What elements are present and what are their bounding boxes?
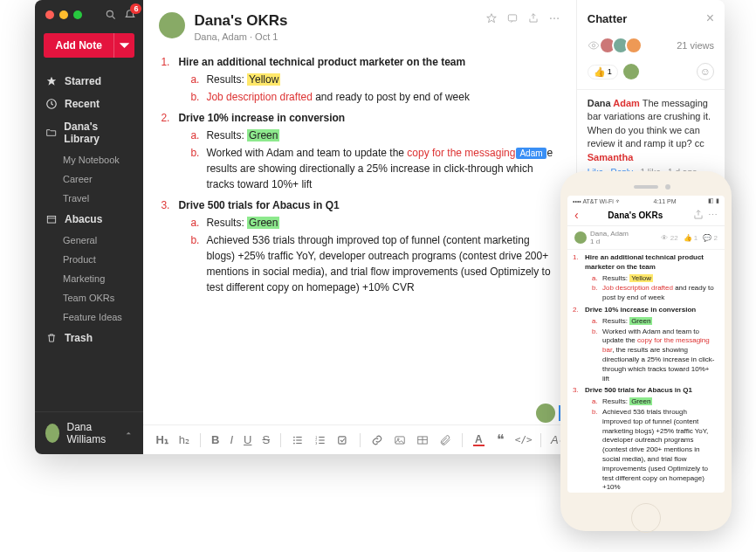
phone-comments: 💬 2 [703, 234, 718, 242]
comment-author: Dana [588, 98, 614, 108]
folder-icon [45, 127, 57, 139]
sidebar-subitem[interactable]: Team OKRs [35, 288, 143, 307]
add-note-dropdown[interactable] [113, 33, 134, 58]
share-icon[interactable] [527, 12, 540, 24]
phone-time: 4:11 PM [653, 198, 676, 204]
close-chatter-icon[interactable]: × [706, 10, 714, 26]
sidebar: 6 Add Note StarredRecentDana's LibraryMy… [35, 0, 143, 454]
sidebar-subitem[interactable]: Career [35, 169, 143, 189]
phone-age: 1 d [590, 238, 629, 245]
underline-button[interactable]: U [244, 433, 251, 446]
table-button[interactable] [416, 434, 429, 446]
phone-doc-body[interactable]: 1.Hire an additional technical product m… [567, 250, 725, 493]
thumbs-up-icon: 👍 [594, 66, 606, 78]
view-count: 21 views [677, 40, 714, 51]
star-icon [45, 75, 58, 87]
sidebar-subitem[interactable]: Feature Ideas [35, 307, 143, 327]
document-title[interactable]: Dana's OKRs [194, 12, 287, 30]
trash-icon [45, 332, 58, 344]
attachment-button[interactable] [439, 434, 451, 446]
quote-button[interactable]: ❝ [495, 434, 507, 446]
sidebar-item-starred[interactable]: Starred [35, 70, 143, 93]
phone-views: 👁 22 [661, 234, 677, 242]
phone-battery-icon: ◧ ▮ [708, 197, 719, 204]
phone-camera [665, 184, 670, 190]
minimize-window-icon[interactable] [59, 10, 68, 19]
document-header: Dana's OKRs Dana, Adam · Oct 1 [143, 0, 575, 51]
numbered-list-button[interactable]: 123 [314, 434, 326, 446]
phone-share-icon[interactable] [692, 209, 704, 221]
svg-rect-8 [296, 436, 301, 437]
maximize-window-icon[interactable] [73, 10, 82, 19]
viewer-avatars[interactable] [603, 37, 643, 54]
link-button[interactable] [371, 434, 383, 446]
svg-rect-10 [296, 439, 301, 440]
svg-text:3: 3 [315, 441, 317, 445]
sidebar-item-abacus[interactable]: Abacus [35, 208, 143, 231]
editor-toolbar: H₁ h₂ B I U S 123 A ❝ </> A✕ [143, 424, 575, 454]
sidebar-subitem[interactable]: General [35, 231, 143, 250]
presence-indicator [536, 404, 560, 423]
comment-mention[interactable]: Samantha [588, 152, 634, 162]
phone-carrier: •••• AT&T Wi-Fi ᯤ [573, 198, 622, 204]
sidebar-subitem[interactable]: My Notebook [35, 150, 143, 169]
text-color-button[interactable]: A [473, 434, 485, 446]
sidebar-item-trash[interactable]: Trash [35, 327, 143, 349]
phone-statusbar: •••• AT&T Wi-Fi ᯤ 4:11 PM ◧ ▮ [567, 196, 725, 204]
sidebar-subitem[interactable]: Product [35, 250, 143, 269]
eye-icon [588, 39, 600, 52]
svg-rect-15 [319, 442, 324, 443]
bold-button[interactable]: B [211, 433, 219, 446]
notification-badge: 6 [130, 3, 141, 14]
bullet-list-button[interactable] [292, 434, 304, 446]
phone-doc-title: Dana's OKRs [579, 210, 692, 220]
svg-point-7 [293, 436, 295, 438]
phone-speaker [634, 185, 658, 189]
heading1-button[interactable]: H₁ [155, 433, 168, 446]
svg-point-11 [293, 442, 295, 444]
image-button[interactable] [394, 434, 406, 446]
svg-point-9 [293, 439, 295, 441]
svg-rect-14 [319, 439, 324, 440]
comment-author2: Adam [613, 98, 640, 108]
svg-rect-12 [296, 442, 301, 443]
svg-point-4 [550, 17, 552, 19]
collaborator-avatar [536, 404, 555, 423]
svg-rect-2 [47, 217, 55, 224]
add-reaction-icon[interactable]: ☺ [697, 63, 714, 80]
heading2-button[interactable]: h₂ [179, 433, 189, 446]
chevron-up-icon[interactable] [124, 427, 133, 439]
phone-likes: 👍 1 [684, 234, 698, 242]
phone-more-icon[interactable]: ⋯ [708, 210, 718, 221]
search-icon[interactable] [105, 9, 117, 21]
add-note-button[interactable]: Add Note [44, 33, 113, 58]
user-name: Dana Williams [66, 421, 116, 445]
sidebar-subitem[interactable]: Marketing [35, 269, 143, 288]
phone-home-button[interactable] [631, 503, 661, 533]
phone-authors: Dana, Adam [590, 230, 629, 238]
italic-button[interactable]: I [230, 433, 233, 446]
document-body[interactable]: 1.Hire an additional technical product m… [143, 51, 575, 424]
code-button[interactable]: </> [518, 434, 530, 446]
document-actions [485, 12, 560, 24]
svg-point-6 [557, 17, 559, 19]
window-controls: 6 [35, 0, 143, 28]
notifications-icon[interactable]: 6 [124, 9, 136, 21]
reaction-count: 1 [608, 67, 612, 76]
close-window-icon[interactable] [45, 10, 54, 19]
document-area: Dana's OKRs Dana, Adam · Oct 1 1.Hire an… [143, 0, 575, 454]
sidebar-item-dana-s-library[interactable]: Dana's Library [35, 115, 143, 150]
checklist-button[interactable] [337, 434, 349, 446]
chat-icon[interactable] [506, 12, 519, 24]
sidebar-user[interactable]: Dana Williams [35, 411, 143, 454]
star-icon[interactable] [485, 12, 498, 24]
phone-author-avatar [574, 231, 587, 244]
svg-point-0 [107, 10, 113, 17]
strike-button[interactable]: S [262, 433, 270, 446]
sidebar-item-recent[interactable]: Recent [35, 93, 143, 115]
more-icon[interactable] [548, 12, 560, 24]
sidebar-subitem[interactable]: Travel [35, 189, 143, 208]
author-avatar [159, 12, 185, 38]
like-reaction[interactable]: 👍 1 [588, 65, 618, 79]
document-meta: Dana, Adam · Oct 1 [194, 31, 287, 42]
